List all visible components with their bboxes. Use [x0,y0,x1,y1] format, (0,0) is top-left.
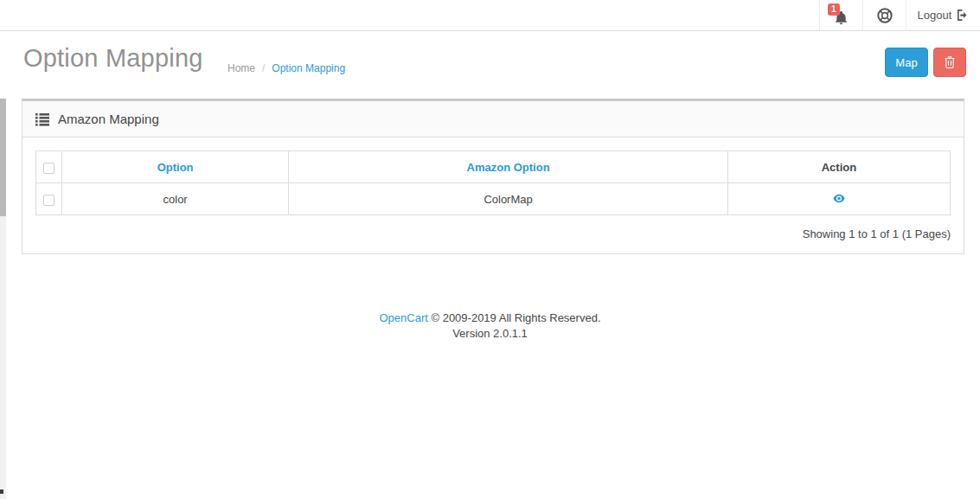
breadcrumb-current-link[interactable]: Option Mapping [272,62,345,74]
copyright-text: © 2009-2019 All Rights Reserved. [428,311,601,324]
notifications-button[interactable]: 1 [819,0,862,30]
footer: OpenCart © 2009-2019 All Rights Reserved… [0,310,980,342]
amazon-mapping-panel: Amazon Mapping Option Amazon Option Acti… [22,99,964,254]
page-title: Option Mapping [23,44,203,73]
table-header-row: Option Amazon Option Action [36,151,951,183]
eye-icon [833,194,845,203]
table-row: color ColorMap [36,183,951,215]
view-action-button[interactable] [833,194,845,203]
topbar: 1 Logout [0,0,980,31]
sort-by-option-link[interactable]: Option [157,161,194,174]
page-header: Option Mapping Home / Option Mapping Map [0,31,980,99]
opencart-link[interactable]: OpenCart [379,311,427,324]
delete-button[interactable] [933,48,966,77]
logout-label: Logout [918,9,952,22]
breadcrumb-home-link[interactable]: Home [227,62,255,74]
panel-body: Option Amazon Option Action color ColorM… [22,138,964,253]
option-cell: color [62,183,289,215]
life-ring-icon [876,7,894,24]
pagination-status: Showing 1 to 1 of 1 (1 Pages) [35,227,951,240]
breadcrumb: Home / Option Mapping [227,62,345,74]
action-column-header: Action [727,151,950,183]
trash-icon [944,55,956,69]
mapping-table: Option Amazon Option Action color ColorM… [35,150,951,215]
sidebar-bottom-marker [0,489,3,494]
header-buttons: Map [885,48,966,77]
select-all-checkbox[interactable] [43,163,54,174]
help-button[interactable] [862,0,906,30]
copyright-line: OpenCart © 2009-2019 All Rights Reserved… [0,310,980,326]
panel-title: Amazon Mapping [58,112,159,126]
amazon-option-cell: ColorMap [289,183,728,215]
collapsed-sidebar-strip-track [0,216,6,499]
version-text: Version 2.0.1.1 [0,326,980,342]
topbar-items: 1 Logout [819,0,980,30]
sign-out-icon [956,9,969,22]
map-button[interactable]: Map [885,48,928,77]
notification-badge: 1 [828,3,840,16]
breadcrumb-separator: / [262,62,265,74]
logout-button[interactable]: Logout [906,0,980,30]
panel-heading: Amazon Mapping [22,101,964,138]
sort-by-amazon-option-link[interactable]: Amazon Option [467,161,550,174]
row-checkbox[interactable] [43,195,54,206]
list-icon [35,112,49,126]
